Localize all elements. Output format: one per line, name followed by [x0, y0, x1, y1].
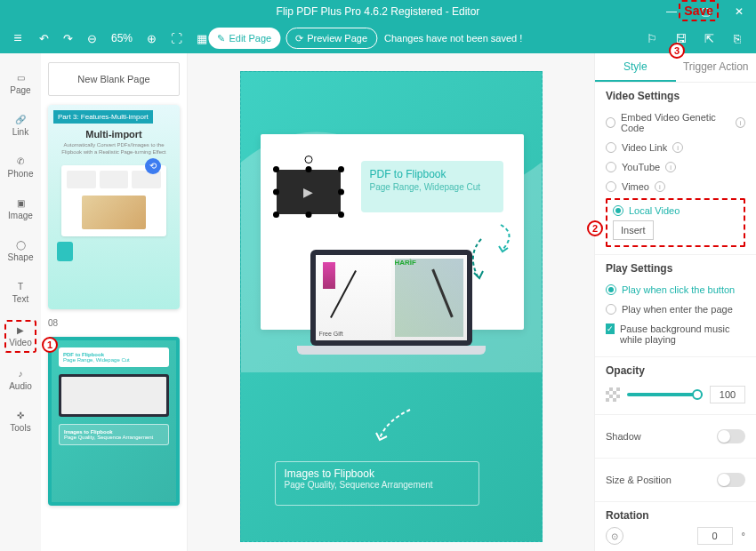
redo-icon[interactable]: ↷ [60, 32, 76, 45]
fit-icon[interactable]: ⛶ [167, 32, 186, 45]
info-icon[interactable]: i [655, 181, 665, 192]
radio-youtube[interactable]: YouTubei [606, 157, 745, 177]
image-icon: ▣ [17, 198, 25, 208]
resize-handle[interactable] [305, 212, 311, 218]
menu-icon[interactable]: ≡ [7, 30, 28, 46]
sidebar-item-image[interactable]: ▣Image [4, 195, 36, 224]
checkbox-pause-music[interactable]: ✓Pause background music while playing [606, 319, 745, 349]
checkbox-label: Pause background music while playing [620, 323, 745, 345]
resize-handle[interactable] [273, 189, 279, 196]
properties-panel: Style Trigger Action Video Settings Embe… [594, 53, 756, 551]
sidebar-item-text[interactable]: TText [4, 278, 36, 307]
thumbnail-current[interactable]: PDF to FlipbookPage Range, Widepage Cut … [48, 337, 180, 506]
radio-label: Play when enter the page [622, 304, 733, 315]
close-button[interactable]: ✕ [722, 0, 756, 23]
text-icon: T [18, 282, 23, 291]
rotate-handle[interactable] [304, 156, 312, 164]
sidebar-item-shape[interactable]: ◯Shape [4, 236, 36, 266]
sidebar-label: Image [8, 211, 33, 220]
zoom-level[interactable]: 65% [108, 32, 136, 44]
sidebar-item-audio[interactable]: ♪Audio [4, 365, 36, 395]
video-settings-section: Video Settings Embed Video Genetic Codei… [595, 83, 756, 255]
preview-page-button[interactable]: ⟳ Preview Page [286, 28, 377, 49]
local-video-group: Local Video Insert [606, 198, 745, 247]
radio-play-click[interactable]: Play when click the button [606, 280, 745, 299]
callout-title: PDF to Flipbook [370, 168, 495, 180]
section-title: Video Settings [606, 90, 745, 102]
sizepos-section: Size & Position [595, 459, 756, 502]
transparency-icon [606, 387, 620, 402]
thumbnail-prev[interactable]: Part 3: Features-Multi-import Multi-impo… [48, 105, 180, 309]
video-element[interactable]: ▶ [277, 170, 341, 214]
resize-handle[interactable] [273, 212, 279, 218]
radio-label: Video Link [622, 142, 667, 153]
page-canvas[interactable]: ▶ PDF to Flipbook Page Range, Widepage C… [240, 71, 543, 542]
rotation-value[interactable]: 0 [697, 527, 733, 545]
sidebar-label: Video [9, 338, 31, 347]
undo-icon[interactable]: ↶ [36, 32, 52, 45]
annotation-save: Save [679, 0, 719, 21]
callout-images: Images to Flipbook Page Quality, Sequenc… [275, 461, 479, 506]
thumb-callout-2: Images to FlipbookPage Quality, Sequence… [59, 424, 169, 445]
resize-handle[interactable] [273, 166, 279, 172]
arrow-icon [374, 408, 414, 443]
edit-page-button[interactable]: ✎ Edit Page [208, 28, 280, 49]
page-number: 08 [48, 318, 180, 328]
callout-sub: Page Range, Widepage Cut [370, 182, 495, 192]
zoom-in-icon[interactable]: ⊕ [143, 32, 160, 45]
sidebar-item-page[interactable]: ▭Page [4, 69, 36, 99]
main-toolbar: ≡ ↶ ↷ ⊖ 65% ⊕ ⛶ ▦ ✎ Edit Page ⟳ Preview … [0, 23, 756, 53]
rotation-unit: ° [742, 531, 745, 541]
new-blank-page-button[interactable]: New Blank Page [48, 62, 180, 96]
rotation-dial[interactable]: ⊙ [606, 527, 623, 545]
opacity-slider[interactable] [627, 393, 703, 396]
sidebar-item-link[interactable]: 🔗Link [4, 111, 36, 140]
export-icon[interactable]: ⇱ [697, 27, 720, 50]
zoom-out-icon[interactable]: ⊖ [84, 32, 101, 45]
sidebar-item-phone[interactable]: ✆Phone [4, 153, 36, 182]
sidebar-label: Page [10, 85, 30, 95]
radio-play-enter[interactable]: Play when enter the page [606, 299, 745, 319]
radio-label: Embed Video Genetic Code [621, 112, 730, 133]
sidebar-label: Phone [8, 169, 34, 179]
opacity-section: Opacity 100 [595, 357, 756, 415]
opacity-value[interactable]: 100 [710, 386, 745, 403]
info-icon[interactable]: i [665, 162, 676, 172]
save-status: Changes have not been saved ! [384, 33, 522, 44]
resize-handle[interactable] [338, 212, 344, 218]
tab-style[interactable]: Style [595, 53, 676, 82]
radio-vimeo[interactable]: Vimeoi [606, 177, 745, 196]
tab-trigger-action[interactable]: Trigger Action [676, 53, 757, 82]
radio-label: Local Video [629, 205, 680, 216]
radio-embed-code[interactable]: Embed Video Genetic Codei [606, 108, 745, 138]
info-icon[interactable]: i [736, 117, 745, 128]
shadow-toggle[interactable] [717, 429, 745, 443]
info-icon[interactable]: i [672, 142, 683, 153]
refresh-badge-icon: ⟲ [145, 158, 161, 174]
insert-button[interactable]: Insert [613, 220, 654, 240]
thumb-subtext: Automatically Convert PDFs/Images to the… [53, 142, 174, 156]
callout-pdf: PDF to Flipbook Page Range, Widepage Cut [361, 161, 503, 212]
radio-local-video[interactable]: Local Video [613, 205, 738, 220]
rotation-section: Rotation ⊙ 0 ° [595, 502, 756, 551]
bookmark-icon[interactable]: ⚐ [640, 27, 664, 50]
annotation-step-2: 2 [587, 220, 603, 236]
sidebar-label: Link [12, 127, 28, 137]
radio-video-link[interactable]: Video Linki [606, 138, 745, 157]
section-title: Play Settings [606, 262, 745, 275]
page-thumbnails-panel: New Blank Page Part 3: Features-Multi-im… [41, 53, 188, 551]
resize-handle[interactable] [338, 189, 344, 196]
resize-handle[interactable] [338, 166, 344, 172]
play-settings-section: Play Settings Play when click the button… [595, 255, 756, 357]
thumb-laptop [59, 374, 169, 417]
editor-canvas-area: ▶ PDF to Flipbook Page Range, Widepage C… [188, 53, 594, 551]
sidebar-item-tools[interactable]: ✜Tools [4, 407, 36, 436]
thumb-headline: Multi-import [53, 129, 174, 140]
section-title: Rotation [606, 509, 745, 522]
resize-handle[interactable] [305, 166, 311, 172]
sidebar-label: Text [12, 294, 28, 304]
exit-icon[interactable]: ⎘ [726, 27, 749, 50]
sizepos-toggle[interactable] [717, 473, 745, 487]
slider-thumb[interactable] [692, 389, 703, 400]
sidebar-item-video[interactable]: ▶Video [4, 320, 36, 353]
